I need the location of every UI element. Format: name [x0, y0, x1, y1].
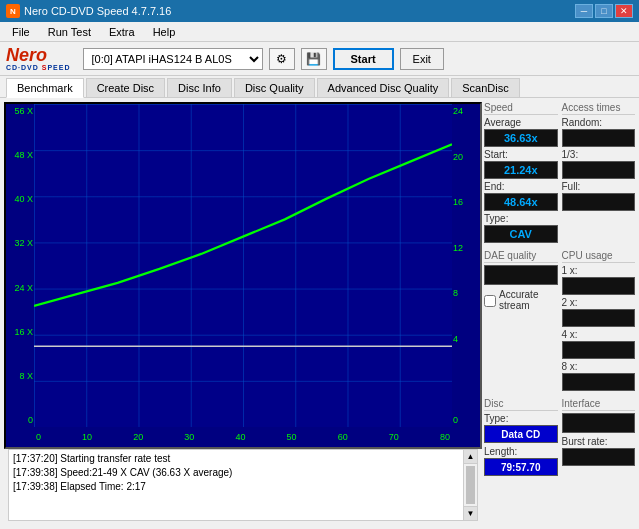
access-random-value	[562, 129, 636, 147]
titlebar-left: N Nero CD-DVD Speed 4.7.7.16	[6, 4, 171, 18]
cpu-2x-block: 2 x:	[562, 297, 636, 327]
accurate-stream-row: Accurate stream	[484, 289, 558, 312]
access-third-block: 1/3:	[562, 149, 636, 179]
disc-type-label: Type:	[484, 413, 558, 424]
cpu-2x-value	[562, 309, 636, 327]
scroll-up-button[interactable]: ▲	[464, 450, 477, 464]
speed-start-label: Start:	[484, 149, 558, 160]
scroll-down-button[interactable]: ▼	[464, 506, 477, 520]
speed-end-block: End: 48.64x	[484, 181, 558, 211]
save-button[interactable]: 💾	[301, 48, 327, 70]
cpu-8x-value	[562, 373, 636, 391]
app-icon: N	[6, 4, 20, 18]
x-label-20: 20	[133, 432, 143, 442]
log-entry-0: [17:37:20] Starting transfer rate test	[13, 452, 459, 466]
menu-run-test[interactable]: Run Test	[40, 24, 99, 40]
y-label-16: 16 X	[7, 327, 33, 337]
right-panel: Speed Average 36.63x Start: 21.24x End: …	[484, 98, 639, 529]
x-label-70: 70	[389, 432, 399, 442]
close-button[interactable]: ✕	[615, 4, 633, 18]
tab-benchmark[interactable]: Benchmark	[6, 78, 84, 98]
chart-svg	[34, 104, 452, 427]
accurate-stream-checkbox[interactable]	[484, 295, 496, 307]
x-label-30: 30	[184, 432, 194, 442]
tab-disc-info[interactable]: Disc Info	[167, 78, 232, 97]
minimize-button[interactable]: ─	[575, 4, 593, 18]
speed-type-block: Type: CAV	[484, 213, 558, 243]
y-right-12: 12	[453, 243, 479, 253]
x-label-0: 0	[36, 432, 41, 442]
speed-type-label: Type:	[484, 213, 558, 224]
cpu-1x-value	[562, 277, 636, 295]
menu-file[interactable]: File	[4, 24, 38, 40]
x-label-40: 40	[235, 432, 245, 442]
menu-help[interactable]: Help	[145, 24, 184, 40]
cpu-8x-block: 8 x:	[562, 361, 636, 391]
y-axis-right: 24 20 16 12 8 4 0	[452, 104, 480, 427]
tab-create-disc[interactable]: Create Disc	[86, 78, 165, 97]
speed-average-value: 36.63x	[484, 129, 558, 147]
chart-grid-area	[34, 104, 452, 427]
cpu-4x-value	[562, 341, 636, 359]
log-content: [17:37:20] Starting transfer rate test […	[9, 450, 463, 520]
access-full-block: Full:	[562, 181, 636, 211]
dae-title: DAE quality	[484, 250, 558, 263]
access-random-label: Random:	[562, 117, 636, 128]
dae-section: DAE quality Accurate stream	[484, 250, 558, 391]
y-right-16: 16	[453, 197, 479, 207]
cpu-section: CPU usage 1 x: 2 x: 4 x: 8 x:	[562, 250, 636, 391]
log-entry-1: [17:39:38] Speed:21-49 X CAV (36.63 X av…	[13, 466, 459, 480]
speed-start-value: 21.24x	[484, 161, 558, 179]
speed-type-value: CAV	[484, 225, 558, 243]
titlebar-buttons: ─ □ ✕	[575, 4, 633, 18]
scroll-thumb[interactable]	[466, 466, 475, 504]
chart-area: 56 X 48 X 40 X 32 X 24 X 16 X 8 X 0	[4, 102, 482, 449]
nero-logo-text: Nero	[6, 46, 47, 64]
x-label-80: 80	[440, 432, 450, 442]
y-label-0: 0	[7, 415, 33, 425]
y-right-20: 20	[453, 152, 479, 162]
start-button[interactable]: Start	[333, 48, 394, 70]
y-axis-left: 56 X 48 X 40 X 32 X 24 X 16 X 8 X 0	[6, 104, 34, 427]
cpu-4x-label: 4 x:	[562, 329, 636, 340]
y-right-24: 24	[453, 106, 479, 116]
tab-bar: Benchmark Create Disc Disc Info Disc Qua…	[0, 76, 639, 98]
access-random-block: Random:	[562, 117, 636, 147]
interface-section: Interface Burst rate:	[562, 398, 636, 476]
burst-label: Burst rate:	[562, 436, 636, 447]
access-third-label: 1/3:	[562, 149, 636, 160]
y-right-0: 0	[453, 415, 479, 425]
properties-button[interactable]: ⚙	[269, 48, 295, 70]
access-full-label: Full:	[562, 181, 636, 192]
speed-average-block: Average 36.63x	[484, 117, 558, 147]
drive-selector[interactable]: [0:0] ATAPI iHAS124 B AL0S	[83, 48, 263, 70]
maximize-button[interactable]: □	[595, 4, 613, 18]
tab-scan-disc[interactable]: ScanDisc	[451, 78, 519, 97]
x-label-10: 10	[82, 432, 92, 442]
nero-logo-sub: CD·DVD SPEED	[6, 64, 71, 71]
speed-average-label: Average	[484, 117, 558, 128]
window-title: Nero CD-DVD Speed 4.7.7.16	[24, 5, 171, 17]
cpu-title: CPU usage	[562, 250, 636, 263]
access-times-title: Access times	[562, 102, 636, 115]
speed-section: Speed Average 36.63x Start: 21.24x End: …	[484, 102, 558, 243]
disc-length-label: Length:	[484, 446, 558, 457]
cpu-2x-label: 2 x:	[562, 297, 636, 308]
tab-disc-quality[interactable]: Disc Quality	[234, 78, 315, 97]
y-label-40: 40 X	[7, 194, 33, 204]
y-label-56: 56 X	[7, 106, 33, 116]
speed-start-block: Start: 21.24x	[484, 149, 558, 179]
tab-advanced-disc-quality[interactable]: Advanced Disc Quality	[317, 78, 450, 97]
dae-value	[484, 265, 558, 285]
dae-cpu-row: DAE quality Accurate stream CPU usage 1 …	[484, 250, 635, 391]
disc-type-value: Data CD	[484, 425, 558, 443]
exit-button[interactable]: Exit	[400, 48, 444, 70]
toolbar: Nero CD·DVD SPEED [0:0] ATAPI iHAS124 B …	[0, 42, 639, 76]
y-label-32: 32 X	[7, 238, 33, 248]
log-area: [17:37:20] Starting transfer rate test […	[8, 449, 478, 521]
speed-access-row: Speed Average 36.63x Start: 21.24x End: …	[484, 102, 635, 243]
y-right-8: 8	[453, 288, 479, 298]
menu-extra[interactable]: Extra	[101, 24, 143, 40]
cpu-4x-block: 4 x:	[562, 329, 636, 359]
cpu-1x-block: 1 x:	[562, 265, 636, 295]
